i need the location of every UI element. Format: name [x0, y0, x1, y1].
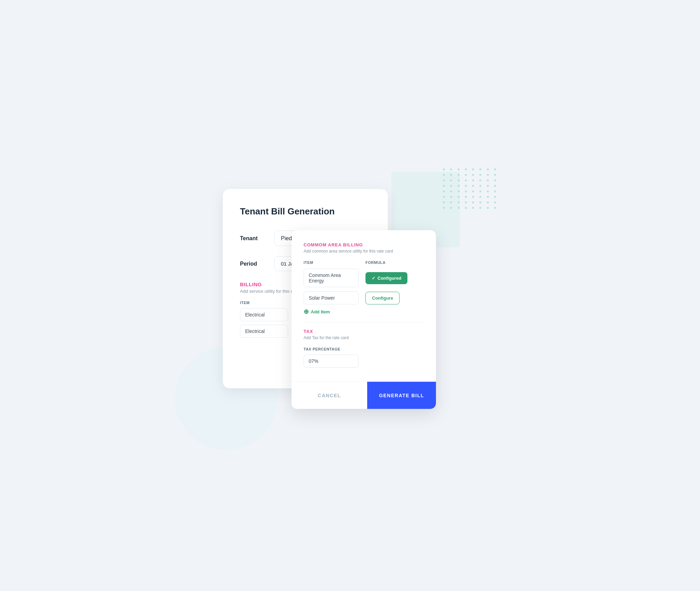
common-area-subtitle: Add common area service utility for this…	[304, 249, 424, 254]
tenant-label: Tenant	[240, 235, 274, 242]
tax-title: TAX	[304, 329, 424, 334]
cancel-button[interactable]: CANCEL	[292, 382, 367, 409]
dot-decoration	[487, 168, 489, 170]
dot-decoration	[465, 179, 467, 181]
common-area-row-2: Solar Power Configure	[304, 291, 424, 304]
dot-decoration	[472, 174, 474, 176]
common-area-table-header: ITEM FORMULA	[304, 260, 424, 265]
configure-button-2[interactable]: Configure	[365, 292, 400, 304]
generate-bill-button[interactable]: GENERATE BILL	[367, 382, 436, 409]
dot-decoration	[487, 207, 489, 209]
plus-circle-icon: ⊕	[304, 309, 309, 315]
dot-decoration	[465, 201, 467, 203]
dot-decoration	[487, 174, 489, 176]
add-item-button[interactable]: ⊕ Add Item	[304, 309, 330, 315]
period-label: Period	[240, 261, 274, 267]
add-item-label: Add Item	[311, 309, 330, 314]
dot-decoration	[472, 196, 474, 198]
common-item-col-header: ITEM	[304, 260, 359, 265]
tax-subtitle: Add Tax for the rate card	[304, 335, 424, 340]
dot-decoration	[479, 207, 481, 209]
dot-decoration	[465, 190, 467, 192]
dot-decoration	[472, 190, 474, 192]
dot-decoration	[472, 201, 474, 203]
dot-decoration	[465, 196, 467, 198]
dot-decoration	[494, 179, 496, 181]
tax-percentage-label: TAX PERCENTAGE	[304, 347, 424, 351]
dot-decoration	[465, 207, 467, 209]
dot-decoration	[494, 190, 496, 192]
dot-decoration	[494, 174, 496, 176]
dot-decoration	[443, 168, 445, 170]
dot-decoration	[479, 174, 481, 176]
dot-decoration	[494, 168, 496, 170]
dot-decoration	[472, 207, 474, 209]
common-formula-col-header: FORMULA	[365, 260, 424, 265]
billing-item-col-header: ITEM	[240, 301, 288, 305]
configured-button-1[interactable]: ✓ Configured	[365, 272, 407, 284]
dot-decoration	[450, 168, 452, 170]
dot-decoration	[494, 185, 496, 187]
billing-item-1: Electrical	[240, 308, 288, 321]
dot-decoration	[487, 190, 489, 192]
common-area-row-1: Commom Area Energy ✓ Configured	[304, 269, 424, 287]
dot-decoration	[494, 201, 496, 203]
configured-label-1: Configured	[378, 276, 401, 281]
common-area-section: COMMOM AREA BILLING Add common area serv…	[304, 242, 424, 315]
check-icon-1: ✓	[372, 276, 375, 281]
tax-percentage-input[interactable]	[304, 355, 359, 368]
action-bar: CANCEL GENERATE BILL	[292, 381, 436, 409]
tax-section: TAX Add Tax for the rate card TAX PERCEN…	[304, 329, 424, 368]
dot-decoration	[465, 185, 467, 187]
dot-decoration	[487, 196, 489, 198]
dot-decoration	[465, 174, 467, 176]
dot-decoration	[479, 190, 481, 192]
section-divider	[304, 322, 424, 322]
common-area-title: COMMOM AREA BILLING	[304, 242, 424, 247]
dot-decoration	[472, 179, 474, 181]
page-title: Tenant Bill Generation	[240, 206, 371, 217]
configure-label-2: Configure	[372, 296, 393, 301]
dot-decoration	[479, 179, 481, 181]
dot-decoration	[487, 179, 489, 181]
dot-decoration	[487, 185, 489, 187]
overlay-panel: COMMOM AREA BILLING Add common area serv…	[292, 230, 436, 409]
dot-decoration	[494, 196, 496, 198]
common-area-item-2: Solar Power	[304, 291, 359, 304]
dot-decoration	[479, 168, 481, 170]
dot-decoration	[465, 168, 467, 170]
dot-decoration	[458, 168, 460, 170]
dot-decoration	[494, 207, 496, 209]
billing-item-2: Electrical	[240, 325, 288, 338]
dot-decoration	[479, 185, 481, 187]
dot-decoration	[472, 185, 474, 187]
dot-decoration	[479, 201, 481, 203]
dot-decoration	[479, 196, 481, 198]
common-area-item-1: Commom Area Energy	[304, 269, 359, 287]
dot-decoration	[472, 168, 474, 170]
dot-decoration	[487, 201, 489, 203]
